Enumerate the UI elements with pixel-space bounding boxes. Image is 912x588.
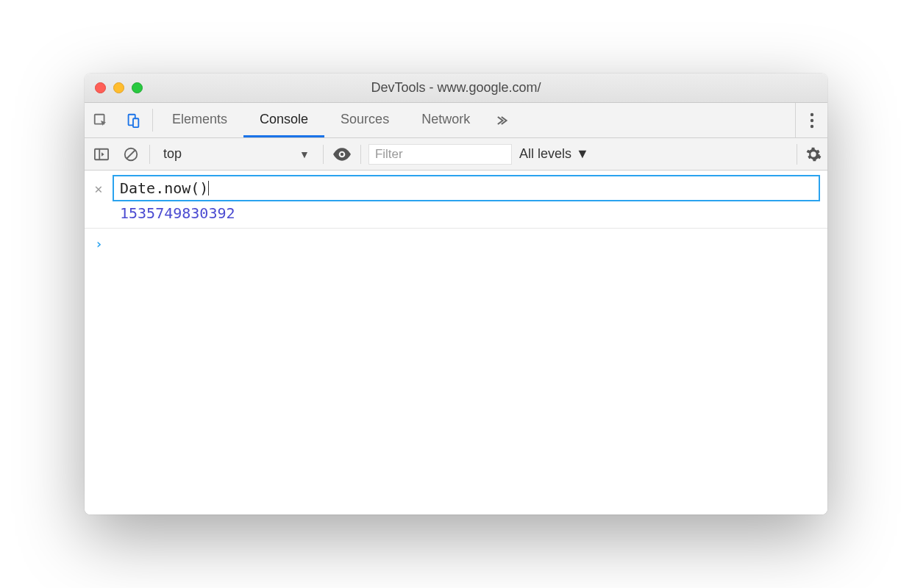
prompt-chevron-icon: › <box>95 236 103 251</box>
separator <box>360 145 361 164</box>
live-expression-row: ✕ Date.now() 1535749830392 <box>85 171 827 229</box>
devtools-window: DevTools - www.google.com/ Elements Cons… <box>85 74 827 514</box>
log-levels-select[interactable]: All levels ▼ <box>519 146 589 162</box>
console-prompt-row[interactable]: › <box>85 229 827 259</box>
levels-label: All levels <box>519 146 571 162</box>
console-body: ✕ Date.now() 1535749830392 › <box>85 171 827 514</box>
live-expression-input[interactable]: Date.now() <box>113 175 820 201</box>
context-label: top <box>163 146 182 162</box>
svg-rect-2 <box>133 118 138 127</box>
chevron-down-icon: ▼ <box>576 146 589 162</box>
remove-live-expression-icon[interactable]: ✕ <box>92 181 105 196</box>
svg-point-5 <box>810 124 813 127</box>
tab-console[interactable]: Console <box>243 103 324 137</box>
tab-elements[interactable]: Elements <box>156 103 243 137</box>
close-window-button[interactable] <box>95 82 106 93</box>
chevron-down-icon: ▼ <box>299 148 310 160</box>
separator <box>323 145 324 164</box>
text-caret <box>208 181 209 196</box>
panel-tabs: Elements Console Sources Network <box>156 103 486 137</box>
settings-menu-button[interactable] <box>795 103 827 137</box>
tab-network[interactable]: Network <box>405 103 486 137</box>
separator <box>149 145 150 164</box>
console-settings-icon[interactable] <box>797 144 822 165</box>
device-toolbar-icon[interactable] <box>117 103 149 137</box>
titlebar: DevTools - www.google.com/ <box>85 74 827 103</box>
toggle-sidebar-icon[interactable] <box>90 143 113 165</box>
live-expression-icon[interactable] <box>331 143 353 165</box>
svg-point-3 <box>810 112 813 115</box>
svg-line-9 <box>127 150 135 158</box>
window-title: DevTools - www.google.com/ <box>85 80 827 96</box>
tab-sources[interactable]: Sources <box>324 103 405 137</box>
filter-input[interactable] <box>368 144 512 165</box>
live-expression-text: Date.now() <box>120 179 208 197</box>
window-controls <box>95 82 143 93</box>
zoom-window-button[interactable] <box>132 82 143 93</box>
execution-context-select[interactable]: top ▼ <box>157 146 316 162</box>
console-toolbar: top ▼ All levels ▼ <box>85 138 827 171</box>
inspect-element-icon[interactable] <box>85 103 117 137</box>
minimize-window-button[interactable] <box>113 82 124 93</box>
more-tabs-button[interactable] <box>486 103 516 137</box>
devtools-tabbar: Elements Console Sources Network <box>85 103 827 138</box>
live-expression-result: 1535749830392 <box>92 201 820 222</box>
svg-point-4 <box>810 118 813 121</box>
clear-console-icon[interactable] <box>120 143 142 165</box>
svg-point-11 <box>341 152 343 155</box>
separator <box>152 109 153 132</box>
